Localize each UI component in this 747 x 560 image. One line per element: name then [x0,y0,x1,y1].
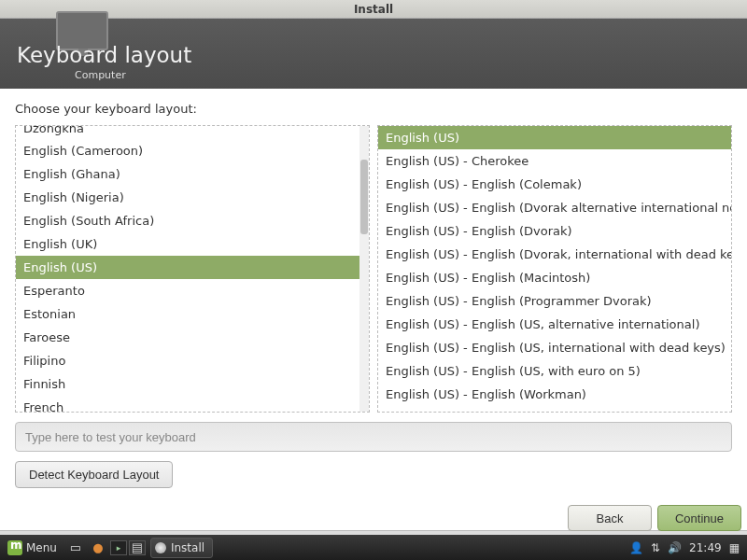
page-title: Keyboard layout [17,43,191,67]
prompt-label: Choose your keyboard layout: [15,102,732,116]
clock[interactable]: 21:49 [689,541,722,554]
list-item[interactable]: English (US) - English (US, alternative … [378,313,731,336]
scrollbar[interactable] [359,126,369,412]
list-item[interactable]: English (US) - English (Dvorak) [378,219,731,243]
disc-icon [155,542,166,553]
list-item[interactable]: English (UK) [16,232,369,256]
files-icon[interactable]: ▤ [129,540,146,555]
network-icon[interactable]: ⇅ [651,541,660,554]
detect-layout-button[interactable]: Detect Keyboard Layout [15,461,173,488]
tray-icon[interactable]: ▦ [729,541,740,554]
volume-icon[interactable]: 🔊 [668,541,682,554]
terminal-icon[interactable]: ▸ [110,540,127,555]
list-item[interactable]: English (US) [16,256,369,279]
list-item[interactable]: English (US) - English (Programmer Dvora… [378,289,731,313]
list-item[interactable]: English (US) [378,126,731,149]
list-item[interactable]: English (Ghana) [16,162,369,186]
list-item[interactable]: English (US) - English (US, with euro on… [378,359,731,383]
list-item[interactable]: Esperanto [16,279,369,302]
list-item[interactable]: English (US) - English (US, internationa… [378,336,731,359]
firefox-icon[interactable]: ● [88,539,108,557]
list-item[interactable]: Filipino [16,349,369,372]
mint-logo-icon [7,540,22,555]
taskbar-app-install[interactable]: Install [150,538,213,558]
list-item[interactable]: Faroese [16,326,369,349]
user-icon[interactable]: 👤 [629,541,643,554]
nav-bar: Back Continue [568,501,741,535]
list-item[interactable]: English (South Africa) [16,209,369,232]
header-band: Keyboard layout Computer [0,19,747,89]
keyboard-test-input[interactable] [15,422,732,452]
back-button[interactable]: Back [568,505,652,531]
menu-label: Menu [26,541,57,554]
list-item[interactable]: Estonian [16,302,369,326]
list-item[interactable]: Dzongkha [16,126,369,139]
list-item[interactable]: English (US) - Cherokee [378,149,731,173]
list-item[interactable]: English (US) - English (Macintosh) [378,266,731,289]
scroll-thumb[interactable] [360,160,368,234]
computer-label: Computer [75,69,126,81]
show-desktop-icon[interactable]: ▭ [65,539,86,557]
list-item[interactable]: French [16,396,369,413]
menu-button[interactable]: Menu [0,535,64,560]
list-item[interactable]: English (US) - English (Colemak) [378,173,731,196]
list-item[interactable]: English (US) - English (Workman) [378,383,731,406]
taskbar: Menu ▭ ● ▸ ▤ Install 👤 ⇅ 🔊 21:49 ▦ [0,535,747,560]
continue-button[interactable]: Continue [657,505,741,531]
variant-list[interactable]: English (US)English (US) - CherokeeEngli… [377,125,732,413]
list-item[interactable]: English (US) - English (Dvorak, internat… [378,243,731,266]
list-item[interactable]: English (Nigeria) [16,186,369,209]
list-item[interactable]: English (US) - English (Dvorak alternati… [378,196,731,219]
list-item[interactable]: Finnish [16,372,369,396]
taskbar-app-label: Install [171,541,204,554]
window-title: Install [0,0,747,19]
list-item[interactable]: English (Cameroon) [16,139,369,162]
language-list[interactable]: DzongkhaEnglish (Cameroon)English (Ghana… [15,125,370,413]
